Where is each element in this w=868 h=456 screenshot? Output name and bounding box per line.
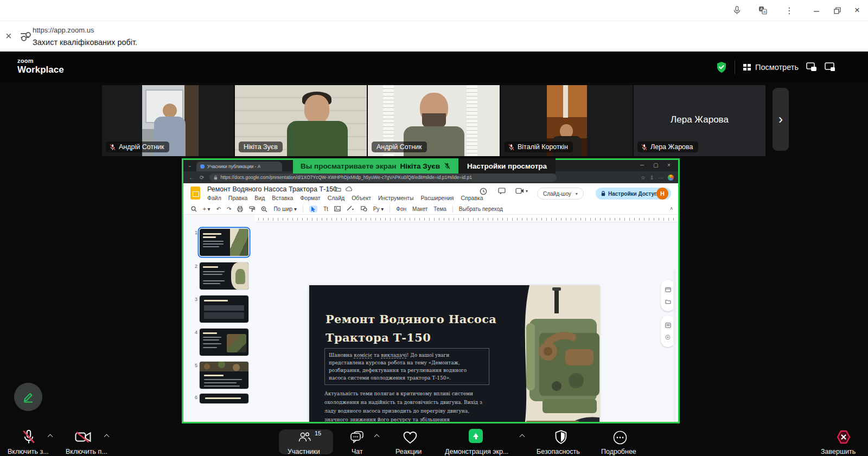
favorites-star-icon[interactable]: ☆ (641, 175, 646, 181)
canvas-scrollbar[interactable] (673, 269, 676, 422)
dismiss-icon[interactable]: × (5, 30, 12, 41)
unmute-button[interactable] (22, 429, 36, 445)
zoom-fit-select[interactable]: По шир ▾ (273, 206, 297, 212)
menu-file[interactable]: Файл (207, 195, 221, 201)
restore-icon[interactable] (831, 4, 843, 16)
slide-thumbnail-6[interactable] (200, 394, 248, 403)
kebab-menu-icon[interactable]: ⋮ (783, 4, 795, 16)
print-icon[interactable] (237, 206, 243, 212)
restore-icon[interactable]: ▢ (653, 162, 658, 168)
menu-help[interactable]: Справка (461, 195, 483, 201)
menu-object[interactable]: Объект (352, 195, 371, 201)
menu-edit[interactable]: Правка (228, 195, 247, 201)
participant-display-name: Лера Жарова (634, 114, 765, 125)
minimize-icon[interactable]: ─ (640, 162, 644, 168)
slide-thumbnail-1[interactable] (200, 229, 248, 256)
microphone-icon[interactable] (731, 4, 743, 16)
slide-paragraph-2[interactable]: Актуальність теми полягає в критичному в… (324, 389, 494, 422)
line-tool[interactable]: ▾ (347, 205, 355, 212)
paint-format-icon[interactable] (249, 206, 255, 212)
search-icon[interactable] (191, 206, 197, 212)
zoom-icon[interactable] (261, 206, 267, 212)
textbox-tool[interactable]: Tt (323, 206, 328, 212)
participant-tile[interactable]: Андрій Сотник (102, 85, 234, 156)
reactions-button[interactable] (403, 431, 418, 444)
slide-thumbnail-5[interactable] (200, 362, 248, 389)
slide-canvas[interactable]: Ремонт Водяного Насоса Трактора Т-150 Ша… (309, 285, 599, 422)
document-title[interactable]: Ремонт Водяного Насоса Трактора Т-150 (207, 185, 337, 193)
gallery-view-icon (743, 63, 751, 71)
slide-paragraph-1[interactable]: Шановна комісіє та викладачі! До вашої у… (324, 348, 489, 385)
target-icon[interactable] (665, 335, 671, 340)
annotate-pencil-button[interactable] (14, 383, 42, 411)
slideshow-button[interactable]: Слайд-шоу▾ (537, 188, 584, 200)
close-icon[interactable]: × (851, 4, 863, 16)
transition-button[interactable]: Выбрать переход (459, 206, 503, 212)
version-history-icon[interactable] (480, 188, 487, 195)
comments-icon[interactable] (498, 188, 506, 195)
more-button[interactable] (613, 431, 627, 445)
theme-button[interactable]: Тема (433, 206, 446, 212)
calendar-icon[interactable] (665, 287, 671, 292)
unmute-label: Включить з... (8, 448, 49, 455)
present-camera-icon[interactable]: ▾ (515, 188, 528, 194)
participant-tile[interactable]: Андрій Сотник (368, 85, 500, 156)
menu-view[interactable]: Вид (254, 195, 265, 201)
background-button[interactable]: Фон (396, 206, 406, 212)
notes-icon[interactable] (665, 323, 671, 328)
mic-options-chevron-icon[interactable] (48, 433, 53, 438)
slide-thumbnail-2[interactable] (200, 262, 248, 290)
folder-icon[interactable] (665, 299, 671, 304)
shape-tool-icon[interactable] (361, 206, 367, 211)
menu-extensions[interactable]: Расширения (420, 195, 454, 201)
redo-icon[interactable]: ↷ (227, 206, 231, 212)
pip-icon[interactable] (806, 62, 817, 72)
undo-icon[interactable]: ↶ (216, 206, 221, 212)
participant-tile-active-speaker[interactable]: Нікіта Зуєв (235, 85, 367, 156)
view-button[interactable]: Посмотреть (743, 63, 799, 72)
add-slide-button[interactable]: + ▾ (203, 206, 210, 212)
chat-button[interactable] (350, 431, 365, 444)
shield-check-icon[interactable] (716, 61, 727, 73)
insert-image-icon[interactable] (334, 206, 341, 211)
site-settings-icon[interactable] (21, 33, 29, 39)
share-options-chevron-icon[interactable] (520, 433, 525, 438)
tab-search-icon[interactable]: ⌄ (188, 163, 192, 168)
browser-profile-avatar[interactable] (668, 175, 674, 181)
account-avatar[interactable]: Н (656, 188, 668, 200)
participant-tile-camera-off[interactable]: Лера Жарова Лера Жарова (634, 85, 765, 156)
menu-format[interactable]: Формат (300, 195, 320, 201)
pop-out-icon[interactable] (825, 62, 835, 72)
back-icon[interactable]: ← (189, 175, 194, 181)
layout-button[interactable]: Макет (412, 206, 427, 212)
cloud-status-icon[interactable] (346, 187, 353, 191)
refresh-icon[interactable]: ⟳ (200, 175, 204, 181)
next-participants-chevron-icon[interactable]: › (773, 88, 789, 151)
minimize-icon[interactable] (810, 4, 822, 16)
start-video-button[interactable] (75, 431, 91, 444)
downloads-icon[interactable]: ⇩ (650, 175, 654, 181)
translate-icon[interactable]: Aa (757, 4, 769, 16)
share-screen-button[interactable] (469, 429, 483, 443)
menu-slide[interactable]: Слайд (328, 195, 345, 201)
video-options-chevron-icon[interactable] (104, 433, 109, 438)
extensions-menu-icon[interactable]: ⋯ (659, 175, 664, 181)
star-icon[interactable]: ☆ (326, 187, 330, 192)
slides-app-icon[interactable] (190, 187, 200, 200)
security-button[interactable] (554, 430, 567, 444)
participant-tile[interactable]: Віталій Короткін (501, 85, 633, 156)
collapse-toolbar-icon[interactable]: ᴧ (671, 205, 673, 211)
slide-thumbnail-4[interactable] (200, 329, 248, 356)
close-icon[interactable]: × (667, 162, 671, 168)
select-tool-icon[interactable] (309, 205, 317, 213)
menu-tools[interactable]: Инструменты (378, 195, 413, 201)
view-options-button[interactable]: Настройки просмотра (458, 158, 556, 174)
end-meeting-button[interactable] (836, 430, 851, 444)
menu-insert[interactable]: Вставка (272, 195, 293, 201)
browser-tab[interactable]: Учасники публикации - А (196, 162, 282, 171)
chat-options-chevron-icon[interactable] (374, 433, 379, 438)
py-tool[interactable]: Pу ▾ (373, 206, 384, 212)
move-folder-icon[interactable] (335, 187, 341, 192)
slide-thumbnail-3[interactable] (200, 296, 248, 323)
address-bar[interactable]: https://docs.google.com/presentation/d/1… (209, 174, 557, 182)
